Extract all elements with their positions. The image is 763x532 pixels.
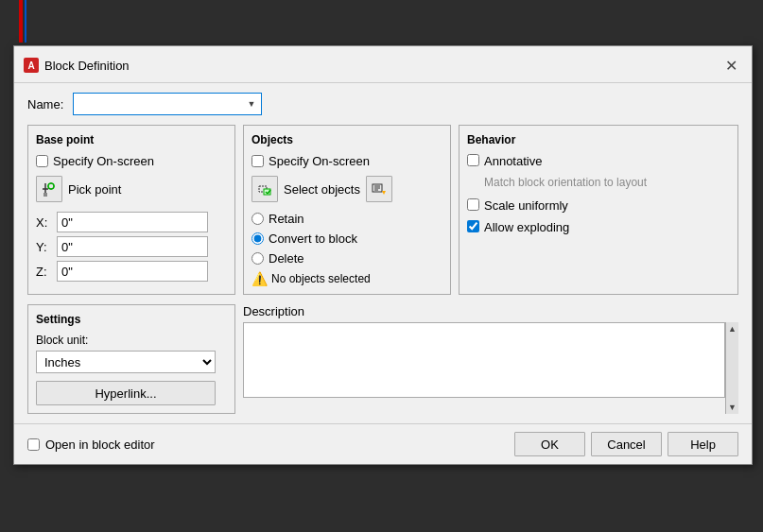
description-textarea[interactable] <box>243 322 725 398</box>
behavior-title: Behavior <box>467 133 730 146</box>
allow-exploding-row: Allow exploding <box>467 220 730 234</box>
base-point-title: Base point <box>36 133 227 146</box>
x-coord-row: X: <box>36 212 227 232</box>
base-specify-onscreen-row: Specify On-screen <box>36 154 227 168</box>
retain-row: Retain <box>251 212 442 226</box>
convert-to-block-row: Convert to block <box>251 232 442 246</box>
accent-bar-red <box>19 0 23 43</box>
scale-uniformly-row: Scale uniformly <box>467 198 730 213</box>
pick-point-row: Pick point <box>36 176 227 202</box>
cancel-button[interactable]: Cancel <box>591 432 662 456</box>
z-label: Z: <box>36 265 51 279</box>
annotative-row: Annotative <box>467 154 730 168</box>
name-label: Name: <box>27 97 65 112</box>
y-coord-row: Y: <box>36 236 227 257</box>
hyperlink-button[interactable]: Hyperlink... <box>36 381 216 405</box>
convert-to-block-label: Convert to block <box>269 232 357 246</box>
select-objects-button[interactable] <box>251 176 278 202</box>
warning-icon: ⚠️ <box>251 271 267 286</box>
ok-button[interactable]: OK <box>514 432 585 456</box>
z-coord-row: Z: <box>36 261 227 282</box>
footer-left: Open in block editor <box>27 438 155 452</box>
delete-label: Delete <box>269 251 304 266</box>
description-panel: Description ▲ ▼ <box>243 304 738 414</box>
description-area-wrapper: ▲ ▼ <box>243 322 738 414</box>
base-point-panel: Base point Specify On-screen <box>27 125 235 295</box>
convert-to-block-radio[interactable] <box>251 232 264 245</box>
panels-row: Base point Specify On-screen <box>27 125 738 295</box>
behavior-panel: Behavior Annotative Match block orientat… <box>459 125 738 295</box>
title-left: A Block Definition <box>24 58 130 73</box>
retain-label: Retain <box>269 212 304 226</box>
unit-select[interactable]: Inches <box>36 351 216 373</box>
help-button[interactable]: Help <box>668 432 738 456</box>
svg-point-3 <box>48 183 54 189</box>
settings-panel: Settings Block unit: Inches Hyperlink... <box>27 304 235 414</box>
objects-specify-onscreen-checkbox[interactable] <box>251 155 264 167</box>
accent-bar-blue <box>25 0 26 43</box>
base-specify-onscreen-checkbox[interactable] <box>36 155 48 167</box>
svg-rect-0 <box>43 193 47 197</box>
z-input[interactable] <box>57 261 208 282</box>
dialog-titlebar: A Block Definition ✕ <box>14 46 752 83</box>
name-input[interactable] <box>74 94 242 114</box>
scrollbar-down-arrow: ▼ <box>726 401 738 414</box>
objects-title: Objects <box>251 133 442 146</box>
objects-specify-onscreen-row: Specify On-screen <box>251 154 442 168</box>
scale-uniformly-checkbox[interactable] <box>467 198 479 211</box>
select-objects-icon <box>257 181 272 197</box>
quick-select-button[interactable] <box>366 176 392 202</box>
select-objects-row: Select objects <box>251 176 442 202</box>
match-orientation-label: Match block orientation to layout <box>484 176 730 191</box>
delete-row: Delete <box>251 251 442 266</box>
name-input-wrapper: ▼ <box>73 93 262 115</box>
select-objects-label: Select objects <box>284 182 360 197</box>
block-definition-dialog: A Block Definition ✕ Name: ▼ <box>13 45 753 465</box>
dialog-title: Block Definition <box>44 59 130 73</box>
warning-text: No objects selected <box>271 272 371 285</box>
y-input[interactable] <box>57 236 208 257</box>
scrollbar-up-arrow: ▲ <box>726 322 738 335</box>
y-label: Y: <box>36 240 51 254</box>
app-icon: A <box>24 58 39 73</box>
description-label: Description <box>243 304 738 318</box>
name-row: Name: ▼ <box>27 93 738 115</box>
footer-right: OK Cancel Help <box>514 432 738 456</box>
name-dropdown-button[interactable]: ▼ <box>242 94 261 114</box>
open-in-block-editor-checkbox[interactable] <box>27 438 40 451</box>
delete-radio[interactable] <box>251 252 264 265</box>
pick-point-button[interactable] <box>36 176 62 202</box>
warning-row: ⚠️ No objects selected <box>251 271 442 286</box>
block-unit-label: Block unit: <box>36 334 227 347</box>
open-in-block-editor-label: Open in block editor <box>45 438 155 452</box>
annotative-checkbox[interactable] <box>467 154 479 166</box>
dialog-footer: Open in block editor OK Cancel Help <box>14 423 752 464</box>
close-button[interactable]: ✕ <box>720 54 742 77</box>
svg-marker-16 <box>382 191 386 195</box>
objects-panel: Objects Specify On-screen <box>243 125 451 295</box>
scale-uniformly-label: Scale uniformly <box>484 198 568 213</box>
pick-point-icon <box>42 181 57 197</box>
x-label: X: <box>36 215 51 230</box>
pick-point-label: Pick point <box>68 182 121 197</box>
settings-title: Settings <box>36 313 227 326</box>
quick-select-icon <box>372 181 387 197</box>
description-scrollbar: ▲ ▼ <box>725 322 738 414</box>
base-specify-onscreen-label: Specify On-screen <box>53 154 154 168</box>
objects-specify-onscreen-label: Specify On-screen <box>269 154 370 168</box>
app-background: A Block Definition ✕ Name: ▼ <box>0 0 763 532</box>
retain-radio[interactable] <box>251 213 264 225</box>
annotative-label: Annotative <box>484 154 542 168</box>
dialog-body: Name: ▼ Base point Specify On-screen <box>14 83 752 423</box>
allow-exploding-label: Allow exploding <box>484 220 569 234</box>
bottom-row: Settings Block unit: Inches Hyperlink...… <box>27 304 738 414</box>
allow-exploding-checkbox[interactable] <box>467 220 479 232</box>
x-input[interactable] <box>57 212 208 232</box>
